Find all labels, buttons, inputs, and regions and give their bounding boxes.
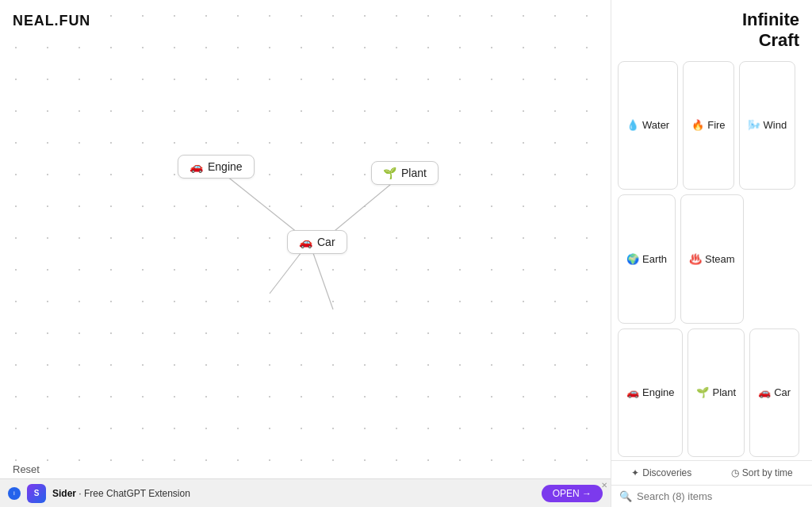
sider-banner: i S Sider · Free ChatGPT Extension OPEN … bbox=[0, 478, 611, 507]
sider-logo: S bbox=[27, 484, 46, 503]
plant-label: Plant bbox=[401, 167, 427, 179]
discoveries-tab[interactable]: ✦ Discoveries bbox=[611, 461, 712, 485]
app-title: Infinite Craft bbox=[624, 10, 799, 52]
canvas-area[interactable]: NEAL.FUN 🚗 Engine 🌱 Plant 🚗 Car Reset i … bbox=[0, 0, 611, 507]
steam-label: Steam bbox=[705, 253, 735, 265]
wind-label: Wind bbox=[764, 119, 787, 131]
sort-tab[interactable]: ◷ Sort by time bbox=[712, 461, 813, 485]
car-emoji: 🚗 bbox=[299, 236, 312, 248]
sort-label: Sort by time bbox=[742, 467, 793, 478]
car-chip-label: Car bbox=[774, 386, 791, 398]
right-panel: Infinite Craft 💧 Water 🔥 Fire 🌬️ Wind 🌍 … bbox=[611, 0, 812, 507]
discoveries-label: Discoveries bbox=[642, 467, 691, 478]
plant-chip-emoji: 🌱 bbox=[696, 386, 709, 398]
chip-wind[interactable]: 🌬️ Wind bbox=[739, 61, 796, 190]
sider-open-button[interactable]: OPEN → bbox=[542, 485, 603, 502]
earth-emoji: 🌍 bbox=[626, 253, 639, 265]
panel-header: Infinite Craft bbox=[611, 0, 812, 58]
fire-emoji: 🔥 bbox=[691, 119, 704, 131]
engine-emoji: 🚗 bbox=[190, 160, 203, 173]
engine-label: Engine bbox=[208, 160, 243, 173]
sort-icon: ◷ bbox=[731, 467, 739, 478]
search-input[interactable] bbox=[637, 490, 804, 502]
chip-fire[interactable]: 🔥 Fire bbox=[683, 61, 733, 190]
sider-close-icon[interactable]: ✕ bbox=[601, 481, 607, 490]
plant-emoji: 🌱 bbox=[383, 167, 396, 179]
fire-label: Fire bbox=[707, 119, 725, 131]
sider-info-icon: i bbox=[8, 487, 21, 500]
water-emoji: 💧 bbox=[626, 119, 639, 131]
chip-engine[interactable]: 🚗 Engine bbox=[618, 328, 683, 457]
chip-earth[interactable]: 🌍 Earth bbox=[618, 194, 676, 323]
search-bar[interactable]: 🔍 bbox=[611, 486, 812, 507]
earth-label: Earth bbox=[642, 253, 667, 265]
chip-steam[interactable]: ♨️ Steam bbox=[680, 194, 744, 323]
car-label: Car bbox=[317, 236, 335, 248]
panel-footer: ✦ Discoveries ◷ Sort by time 🔍 bbox=[611, 460, 812, 507]
engine-chip-emoji: 🚗 bbox=[626, 386, 639, 398]
search-icon: 🔍 bbox=[619, 490, 632, 502]
canvas-plant[interactable]: 🌱 Plant bbox=[371, 161, 439, 185]
steam-emoji: ♨️ bbox=[689, 253, 702, 265]
logo: NEAL.FUN bbox=[13, 13, 90, 29]
wind-emoji: 🌬️ bbox=[748, 119, 760, 131]
elements-grid: 💧 Water 🔥 Fire 🌬️ Wind 🌍 Earth ♨️ Steam … bbox=[611, 58, 812, 460]
discoveries-icon: ✦ bbox=[631, 467, 639, 478]
reset-button[interactable]: Reset bbox=[13, 463, 40, 475]
footer-tabs: ✦ Discoveries ◷ Sort by time bbox=[611, 461, 812, 486]
sider-text: Sider · Free ChatGPT Extension bbox=[52, 488, 535, 499]
canvas-engine[interactable]: 🚗 Engine bbox=[178, 155, 255, 179]
chip-car[interactable]: 🚗 Car bbox=[749, 328, 799, 457]
plant-chip-label: Plant bbox=[712, 386, 736, 398]
chip-water[interactable]: 💧 Water bbox=[618, 61, 678, 190]
chip-plant[interactable]: 🌱 Plant bbox=[688, 328, 745, 457]
canvas-car[interactable]: 🚗 Car bbox=[287, 230, 347, 254]
water-label: Water bbox=[642, 119, 669, 131]
car-chip-emoji: 🚗 bbox=[758, 386, 771, 398]
engine-chip-label: Engine bbox=[642, 386, 674, 398]
